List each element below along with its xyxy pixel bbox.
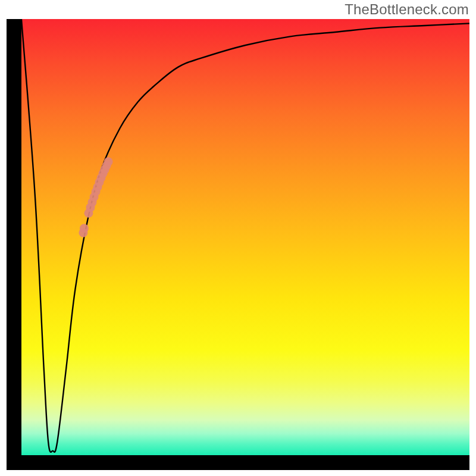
plot-area <box>21 19 469 455</box>
plot-frame <box>7 19 469 470</box>
highlight-markers <box>21 19 469 455</box>
watermark-text: TheBottleneck.com <box>345 1 469 18</box>
svg-point-13 <box>80 224 89 233</box>
chart-container: TheBottleneck.com <box>0 0 476 476</box>
svg-point-11 <box>104 157 113 166</box>
